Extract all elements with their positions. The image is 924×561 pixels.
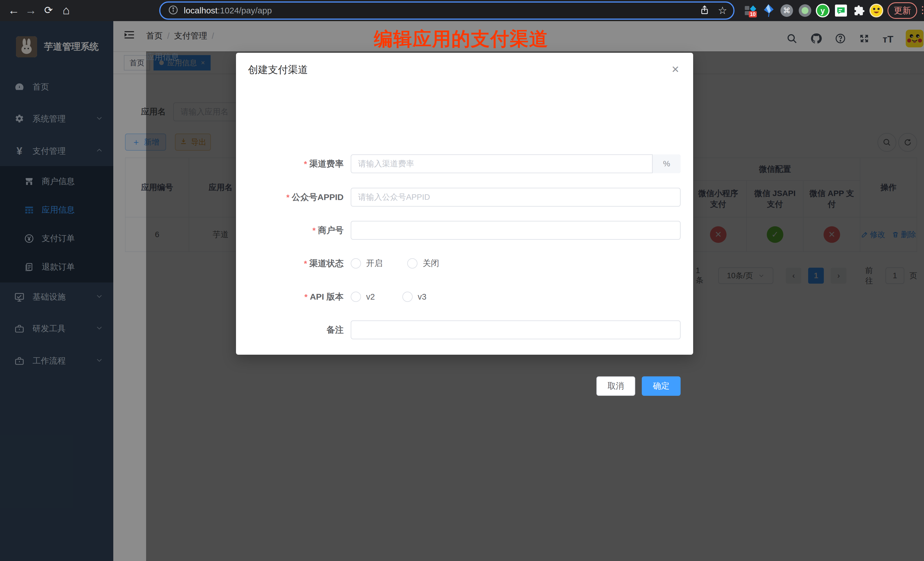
dialog-close-icon[interactable]: ✕ [672,64,680,75]
browser-chrome: ← → ⟳ ⌂ localhost:1024/pay/app ☆ 10 [0,0,924,21]
merchant-input[interactable] [351,221,681,240]
radio-status-open[interactable] [351,258,361,268]
required-asterisk: * [304,259,307,268]
field-row-status: *渠道状态 开启 关闭 [236,254,693,273]
appid-input[interactable] [351,188,681,207]
required-asterisk: * [286,193,290,202]
percent-suffix: % [652,154,681,173]
share-icon[interactable] [700,5,710,16]
browser-update-button[interactable]: 更新 [888,2,917,19]
svg-text:⌘: ⌘ [783,6,790,15]
extension-tabs-icon[interactable]: 10 [743,3,758,18]
field-row-merchant: *商户号 [236,221,693,240]
url-host: localhost [184,6,218,15]
extension-chat-icon[interactable] [834,3,848,18]
dialog-title: 创建支付渠道 [248,63,308,76]
extension-dot-icon[interactable] [798,3,812,18]
field-row-remark: 备注 [236,321,693,339]
confirm-button[interactable]: 确定 [642,376,681,396]
field-row-api: *API 版本 v2 v3 [236,287,693,306]
appid-input-wrap [351,188,681,207]
required-asterisk: * [312,226,316,235]
profile-avatar[interactable] [869,3,884,18]
extension-badge-count: 10 [750,11,756,17]
url-path: :1024/pay/app [218,6,272,15]
extensions-puzzle-icon[interactable] [852,3,866,18]
cancel-button[interactable]: 取消 [596,376,635,396]
site-info-icon[interactable] [168,5,178,16]
field-row-appid: *公众号APPID [236,188,693,207]
create-channel-dialog: 创建支付渠道 ✕ *渠道费率 % *公众号APPID *商户号 *渠道状态 开启… [236,53,693,355]
radio-status-closed[interactable] [407,258,417,268]
extension-y-icon[interactable]: y [816,3,830,18]
required-asterisk: * [304,292,308,302]
browser-forward-button[interactable]: → [23,3,38,18]
browser-home-button[interactable]: ⌂ [59,3,74,18]
svg-text:y: y [821,7,825,15]
field-row-rate: *渠道费率 % [236,154,693,173]
merchant-input-wrap [351,221,681,240]
remark-input-wrap [351,321,681,339]
radio-api-v2[interactable] [351,292,361,302]
url-bar[interactable]: localhost:1024/pay/app ☆ [159,2,735,20]
browser-back-button[interactable]: ← [6,3,21,18]
browser-reload-button[interactable]: ⟳ [41,3,56,18]
remark-input[interactable] [351,321,681,339]
rate-input[interactable] [351,154,681,173]
api-radio-group: v2 v3 [351,292,426,302]
bookmark-star-icon[interactable]: ☆ [718,4,727,16]
status-radio-group: 开启 关闭 [351,258,439,269]
extension-command-icon[interactable]: ⌘ [780,3,794,18]
required-asterisk: * [304,159,307,168]
annotation-text: 编辑应用的支付渠道 [374,26,549,52]
extension-kite-icon[interactable] [761,3,776,18]
rate-input-wrap: % [351,154,681,173]
radio-api-v3[interactable] [402,292,412,302]
browser-menu-icon[interactable]: ⋮ [918,4,924,15]
